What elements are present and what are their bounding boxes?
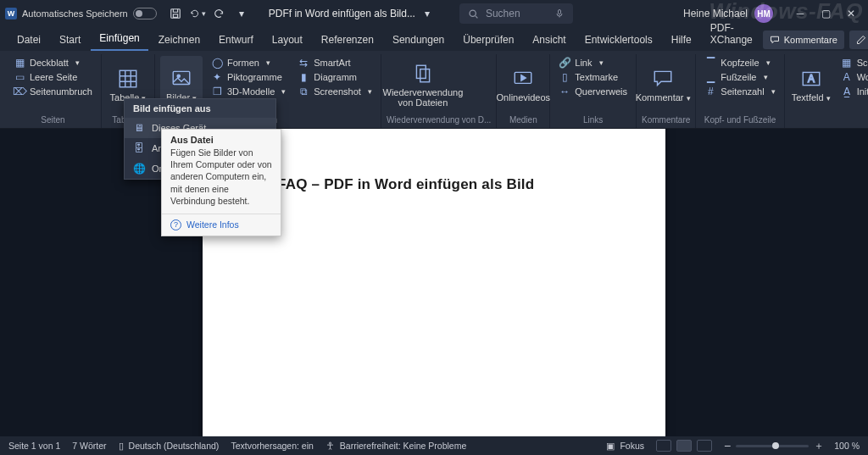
tab-layout[interactable]: Layout	[264, 31, 311, 51]
zoom-out-icon[interactable]: −	[724, 439, 731, 452]
cube-icon: ❒	[211, 86, 223, 97]
cmd-seitenzahl[interactable]: #Seitenzahl	[701, 85, 778, 98]
tooltip-more-label: Weitere Infos	[186, 219, 239, 230]
group-label: Medien	[502, 114, 544, 126]
autosave-group: W Automatisches Speichern	[5, 8, 157, 19]
tab-ansicht[interactable]: Ansicht	[524, 31, 574, 51]
tab-einfuegen[interactable]: Einfügen	[91, 29, 147, 51]
zoom-slider[interactable]	[736, 445, 809, 447]
tab-ueberpruefen[interactable]: Überprüfen	[454, 31, 522, 51]
status-page[interactable]: Seite 1 von 1	[8, 441, 60, 451]
wordart-icon: A	[841, 71, 853, 83]
minimize-icon[interactable]: ─	[788, 5, 812, 22]
doc-title-dropdown-icon[interactable]: ▾	[419, 5, 436, 22]
coverpage-icon: ▦	[14, 57, 25, 69]
search-placeholder: Suchen	[486, 8, 520, 19]
group-label: Text	[790, 114, 868, 126]
cmd-label: Onlinevideos	[497, 92, 551, 103]
cmd-piktogramme[interactable]: ✦Piktogramme	[208, 70, 289, 84]
editing-mode-button[interactable]: Bearbeitung	[849, 31, 868, 49]
device-icon: 🖥	[133, 122, 145, 134]
cmd-diagramm[interactable]: ▮Diagramm	[294, 70, 376, 84]
cmd-3dmodelle[interactable]: ❒3D-Modelle	[208, 85, 289, 98]
cmd-screenshot[interactable]: ⧉Screenshot	[294, 85, 376, 98]
cmd-formen[interactable]: ◯Formen	[208, 56, 289, 69]
document-title: PDFf in Word einfügen als Bild...	[269, 8, 415, 19]
cmd-fusszeile[interactable]: ▁Fußzeile	[701, 70, 778, 84]
tab-entwurf[interactable]: Entwurf	[210, 31, 262, 51]
textbox-icon: A	[799, 67, 823, 91]
comments-button[interactable]: Kommentare	[763, 31, 844, 49]
svg-rect-10	[420, 69, 430, 81]
group-kopffuss: ▔Kopfzeile ▁Fußzeile #Seitenzahl Kopf- u…	[696, 54, 784, 128]
cmd-seitenumbruch[interactable]: ⌦Seitenumbruch	[10, 85, 96, 98]
group-label: Kopf- und Fußzeile	[701, 114, 778, 126]
screenshot-icon: ⧉	[298, 86, 309, 97]
undo-icon[interactable]	[189, 5, 206, 22]
cmd-deckblatt[interactable]: ▦Deckblatt	[10, 56, 96, 69]
tab-hilfe[interactable]: Hilfe	[663, 31, 700, 51]
search-icon	[468, 8, 479, 19]
chart-icon: ▮	[298, 71, 309, 83]
tab-start[interactable]: Start	[51, 31, 89, 51]
tab-zeichnen[interactable]: Zeichnen	[150, 31, 209, 51]
reuse-icon	[411, 62, 435, 86]
autosave-toggle[interactable]	[133, 8, 157, 19]
tab-datei[interactable]: Datei	[8, 31, 49, 51]
cmd-kommentar[interactable]: Kommentar	[642, 56, 684, 114]
search-input[interactable]: Suchen	[459, 3, 573, 24]
zoom-in-icon[interactable]: ＋	[814, 439, 824, 453]
comments-label: Kommentare	[784, 35, 837, 45]
tab-pdfxchange[interactable]: PDF-XChange	[702, 19, 761, 51]
tooltip-more[interactable]: ? Weitere Infos	[162, 214, 281, 236]
header-icon: ▔	[704, 57, 716, 69]
status-predict[interactable]: Textvorhersagen: ein	[231, 441, 313, 451]
status-focus[interactable]: ▣ Fokus	[606, 441, 644, 451]
status-accessibility[interactable]: Barrierefreiheit: Keine Probleme	[326, 441, 466, 451]
qat-customize-icon[interactable]: ▾	[233, 5, 250, 22]
view-web-icon[interactable]	[697, 440, 712, 452]
status-lang[interactable]: ▯ Deutsch (Deutschland)	[119, 441, 220, 451]
group-kommentare: Kommentar Kommentare	[637, 54, 696, 128]
cmd-leere-seite[interactable]: ▭Leere Seite	[10, 70, 96, 84]
group-label: Wiederverwendung von D...	[387, 114, 491, 126]
svg-rect-3	[173, 14, 177, 18]
quickparts-icon: ▦	[841, 57, 853, 69]
cmd-kopfzeile[interactable]: ▔Kopfzeile	[701, 56, 778, 69]
pencil-icon	[856, 35, 866, 45]
cmd-querverweis[interactable]: ↔Querverweis	[555, 85, 631, 98]
cmd-wordart[interactable]: AWordArt	[837, 70, 868, 84]
cmd-smartart[interactable]: ⇆SmartArt	[294, 56, 376, 69]
link-icon: 🔗	[559, 57, 570, 69]
save-icon[interactable]	[167, 5, 184, 22]
tab-sendungen[interactable]: Sendungen	[384, 31, 453, 51]
redo-icon[interactable]	[211, 5, 228, 22]
group-text: A Textfeld ▦Schnellbausteine AWordArt A̲…	[785, 54, 868, 128]
cmd-wiederverwendung[interactable]: Wiederverwendung von Dateien	[387, 56, 459, 114]
tab-entwicklertools[interactable]: Entwicklertools	[576, 31, 661, 51]
cmd-textfeld[interactable]: A Textfeld	[790, 56, 832, 114]
cmd-textmarke[interactable]: ▯Textmarke	[555, 70, 631, 84]
cmd-initiale[interactable]: A̲Initiale	[837, 85, 868, 98]
view-print-icon[interactable]	[676, 440, 692, 452]
zoom-value[interactable]: 100 %	[834, 441, 860, 451]
mic-icon[interactable]	[554, 8, 565, 19]
blankpage-icon: ▭	[14, 71, 25, 83]
footer-icon: ▁	[704, 71, 716, 83]
page-title: dows-FAQ – PDF in Word einfügen als Bild	[235, 176, 633, 193]
pictures-icon	[170, 67, 193, 91]
tab-referenzen[interactable]: Referenzen	[313, 31, 382, 51]
icons-icon: ✦	[211, 71, 223, 83]
cmd-link[interactable]: 🔗Link	[555, 56, 631, 69]
globe-icon: 🌐	[133, 163, 145, 175]
cmd-onlinevideos[interactable]: Onlinevideos	[502, 56, 544, 114]
user-name: Heine Michael	[683, 8, 748, 19]
view-read-icon[interactable]	[656, 440, 671, 452]
maximize-icon[interactable]: ▢	[814, 5, 837, 22]
help-icon: ?	[170, 219, 181, 230]
status-words[interactable]: 7 Wörter	[72, 441, 106, 451]
bookmark-icon: ▯	[559, 71, 570, 83]
group-links: 🔗Link ▯Textmarke ↔Querverweis Links	[550, 54, 637, 128]
cmd-schnellbausteine[interactable]: ▦Schnellbausteine	[837, 56, 868, 69]
close-icon[interactable]: ✕	[839, 5, 863, 22]
